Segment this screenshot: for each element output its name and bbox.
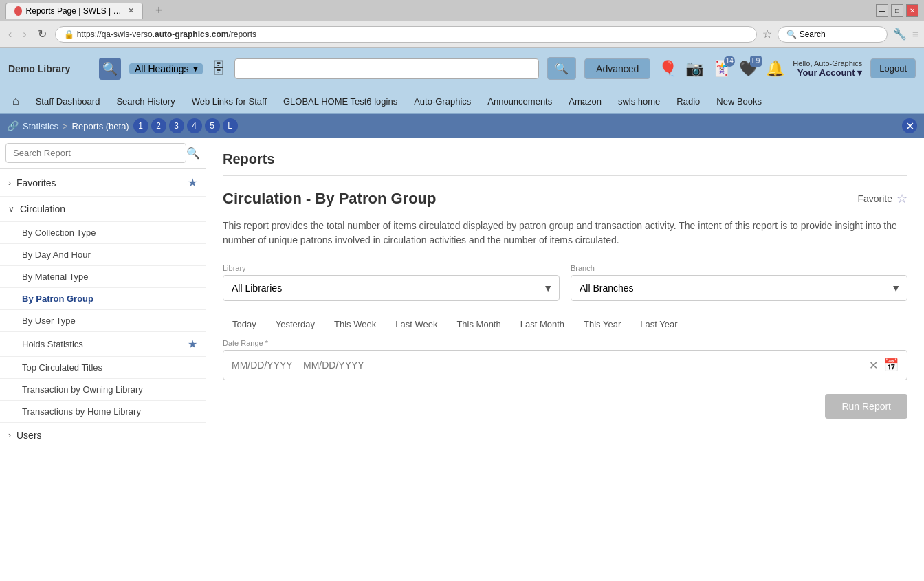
date-tab-last-year[interactable]: Last Year: [630, 315, 687, 333]
nav-search-history[interactable]: Search History: [109, 94, 182, 109]
logout-btn[interactable]: Logout: [870, 58, 916, 78]
nav-radio[interactable]: Radio: [670, 94, 707, 109]
clear-date-icon[interactable]: ✕: [869, 359, 878, 372]
date-tab-this-month[interactable]: This Month: [447, 315, 510, 333]
library-field: Library All Libraries ▼: [223, 264, 560, 301]
sidebar-subitem-holds-statistics[interactable]: Holds Statistics ★: [0, 332, 206, 357]
tab-title: Reports Page | SWLS | SWLS | A...: [26, 6, 124, 16]
library-select[interactable]: All Libraries: [223, 275, 560, 301]
extensions-icon[interactable]: 🔧: [893, 28, 907, 41]
close-btn[interactable]: ✕: [906, 4, 918, 17]
browser-tab[interactable]: Reports Page | SWLS | SWLS | A... ✕: [6, 3, 143, 19]
card-badge: 14: [724, 56, 735, 67]
nav-new-books[interactable]: New Books: [710, 94, 769, 109]
star-icon-favorites[interactable]: ★: [188, 176, 197, 189]
calendar-icon[interactable]: 📅: [883, 358, 899, 373]
nav-swls-home[interactable]: swls home: [611, 94, 667, 109]
report-content: Reports Circulation - By Patron Group Fa…: [206, 138, 924, 581]
balloon-icon[interactable]: 🎈: [659, 60, 677, 78]
breadcrumb-statistics[interactable]: Statistics: [23, 121, 58, 131]
breadcrumb-num-1[interactable]: 1: [133, 118, 148, 133]
sidebar-item-users[interactable]: › Users: [0, 423, 206, 448]
search-type-selector[interactable]: All Headings ▼: [129, 63, 203, 74]
sidebar-search-area: 🔍: [0, 138, 206, 169]
addr-icons: ☆: [762, 28, 772, 41]
user-info: Hello, Auto-Graphics Your Account ▾: [793, 59, 862, 78]
search-submit-btn[interactable]: 🔍: [547, 57, 576, 80]
breadcrumb-num-l[interactable]: L: [223, 118, 238, 133]
nav-announcements[interactable]: Announcements: [481, 94, 559, 109]
breadcrumb-reports[interactable]: Reports (beta): [72, 121, 129, 131]
nav-bar: ⌂ Staff Dashboard Search History Web Lin…: [0, 89, 924, 114]
nav-global-home[interactable]: GLOBAL HOME Test6 logins: [276, 94, 404, 109]
sidebar: 🔍 › Favorites ★ ∨ Circulation By Collect…: [0, 138, 206, 581]
library-branch-row: Library All Libraries ▼ Branch All Branc…: [223, 264, 908, 301]
library-label: Library: [223, 264, 560, 272]
account-link[interactable]: Your Account ▾: [793, 67, 862, 78]
breadcrumb-close-btn[interactable]: ✕: [902, 118, 917, 133]
card-icon[interactable]: 🃏 14: [712, 60, 731, 78]
sidebar-label-favorites: Favorites: [16, 177, 56, 188]
new-tab-btn[interactable]: +: [148, 1, 170, 21]
advanced-btn[interactable]: Advanced: [584, 58, 650, 79]
report-description: This report provides the total number of…: [223, 219, 908, 248]
forward-btn[interactable]: ›: [20, 25, 29, 43]
sidebar-subitem-by-collection-type[interactable]: By Collection Type: [0, 222, 206, 244]
report-title: Circulation - By Patron Group: [223, 190, 436, 208]
tab-close-btn[interactable]: ✕: [128, 6, 134, 15]
expand-icon-users: ›: [8, 430, 11, 440]
heart-badge: F9: [750, 56, 762, 67]
branch-select-wrapper: All Branches ▼: [571, 275, 908, 301]
breadcrumb-num-4[interactable]: 4: [187, 118, 202, 133]
sidebar-search-btn[interactable]: 🔍: [186, 146, 200, 160]
nav-staff-dashboard[interactable]: Staff Dashboard: [29, 94, 107, 109]
sidebar-item-favorites[interactable]: › Favorites ★: [0, 169, 206, 197]
window-controls: — □ ✕: [876, 4, 918, 17]
breadcrumb-sep: >: [63, 121, 68, 131]
sidebar-subitem-transactions-home[interactable]: Transactions by Home Library: [0, 401, 206, 423]
back-btn[interactable]: ‹: [6, 25, 14, 43]
date-tab-today[interactable]: Today: [223, 315, 266, 333]
nav-home-btn[interactable]: ⌂: [6, 92, 26, 110]
expand-icon-circulation: ∨: [8, 204, 14, 214]
url-box[interactable]: 🔒 https://qa-swls-verso.auto-graphics.co…: [55, 26, 757, 43]
run-report-btn[interactable]: Run Report: [825, 394, 908, 419]
browser-search-box[interactable]: 🔍 Search: [778, 26, 888, 43]
date-tab-last-week[interactable]: Last Week: [386, 315, 447, 333]
heart-icon[interactable]: 🖤 F9: [739, 60, 758, 78]
reload-btn[interactable]: ↻: [35, 25, 50, 43]
bell-icon[interactable]: 🔔: [766, 60, 784, 78]
main-search-input[interactable]: [234, 58, 540, 79]
date-tab-this-week[interactable]: This Week: [324, 315, 386, 333]
date-tab-this-year[interactable]: This Year: [574, 315, 630, 333]
star-icon-holds[interactable]: ★: [188, 338, 197, 351]
bookmark-icon[interactable]: ☆: [762, 28, 772, 41]
date-tab-last-month[interactable]: Last Month: [511, 315, 574, 333]
camera-icon[interactable]: 📷: [685, 60, 704, 78]
sidebar-subitem-by-user-type[interactable]: By User Type: [0, 310, 206, 332]
nav-web-links[interactable]: Web Links for Staff: [185, 94, 274, 109]
nav-auto-graphics[interactable]: Auto-Graphics: [407, 94, 478, 109]
favorite-btn[interactable]: Favorite ☆: [857, 191, 908, 206]
sidebar-search-input[interactable]: [6, 143, 186, 163]
sidebar-subitem-transaction-owning[interactable]: Transaction by Owning Library: [0, 379, 206, 401]
breadcrumb-num-5[interactable]: 5: [205, 118, 220, 133]
sidebar-item-circulation[interactable]: ∨ Circulation: [0, 197, 206, 222]
expand-icon-favorites: ›: [8, 178, 11, 188]
app-header: Demo Library 🔍 All Headings ▼ 🗄 🔍 Advanc…: [0, 48, 924, 89]
sidebar-subitem-by-day-and-hour[interactable]: By Day And Hour: [0, 244, 206, 266]
menu-icon[interactable]: ≡: [912, 28, 918, 41]
nav-amazon[interactable]: Amazon: [562, 94, 608, 109]
maximize-btn[interactable]: □: [891, 4, 903, 17]
date-range-input[interactable]: [232, 360, 869, 371]
breadcrumb-num-2[interactable]: 2: [151, 118, 166, 133]
sidebar-subitem-by-material-type[interactable]: By Material Type: [0, 266, 206, 288]
branch-select[interactable]: All Branches: [571, 275, 908, 301]
date-range-field[interactable]: ✕ 📅: [223, 350, 908, 380]
sidebar-label-users: Users: [16, 430, 42, 441]
date-tab-yesterday[interactable]: Yesterday: [266, 315, 324, 333]
breadcrumb-num-3[interactable]: 3: [169, 118, 184, 133]
minimize-btn[interactable]: —: [876, 4, 888, 17]
sidebar-subitem-by-patron-group[interactable]: By Patron Group: [0, 288, 206, 310]
sidebar-subitem-top-circulated[interactable]: Top Circulated Titles: [0, 357, 206, 379]
